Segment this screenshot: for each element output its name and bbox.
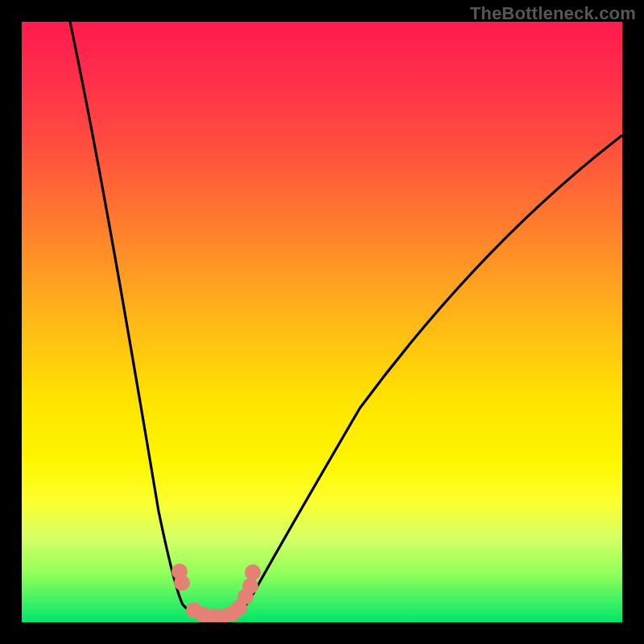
curve-layer — [22, 22, 622, 622]
data-marker — [245, 564, 261, 580]
right-curve — [223, 135, 622, 620]
left-curve — [70, 22, 223, 620]
data-marker — [242, 578, 258, 594]
data-marker — [174, 575, 190, 591]
chart-frame — [22, 22, 622, 622]
